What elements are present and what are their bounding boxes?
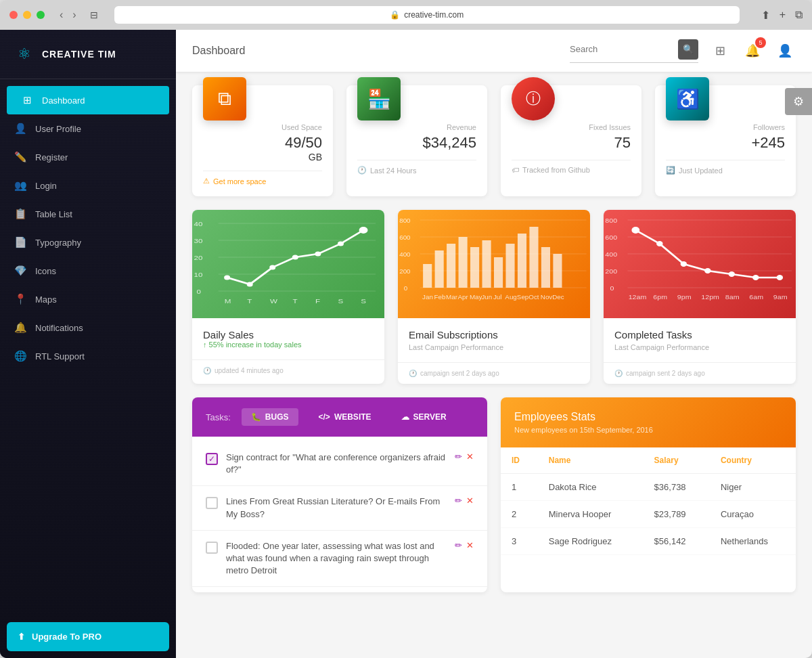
upgrade-button[interactable]: ⬆ Upgrade To PRO [7, 622, 169, 651]
stat-card-fixed-issues: ⓘ Fixed Issues 75 🏷 Tracked from Github [501, 85, 641, 196]
delete-task-2[interactable]: ✕ [466, 496, 474, 506]
user-icon: 👤 [14, 123, 27, 135]
stat-cards-row: ⧉ Used Space 49/50 GB ⚠ Get more space [192, 85, 796, 196]
employee-id: 1 [501, 474, 538, 501]
main-content: Dashboard 🔍 ⊞ 🔔 5 👤 ⚙ [176, 30, 812, 658]
sidebar-item-login[interactable]: 👥 Login [0, 171, 176, 200]
employees-table: ID Name Salary Country 1 Dakota Rice [501, 447, 796, 555]
delete-task-1[interactable]: ✕ [466, 452, 474, 462]
svg-point-12 [269, 265, 275, 270]
settings-fab[interactable]: ⚙ [785, 88, 812, 115]
svg-text:600: 600 [399, 234, 410, 241]
employees-card: Employees Stats New employees on 15th Se… [501, 397, 796, 592]
task-checkbox-3[interactable] [206, 542, 218, 554]
close-button[interactable] [9, 11, 18, 19]
svg-point-70 [681, 261, 687, 267]
edit-task-1[interactable]: ✏ [455, 452, 462, 462]
bugs-tab[interactable]: 🐛 BUGS [242, 408, 298, 426]
url-text: creative-tim.com [404, 10, 464, 20]
forward-button[interactable]: › [70, 7, 78, 22]
clock-icon: 🕐 [357, 166, 367, 175]
col-header-country: Country [710, 447, 796, 474]
employee-name: Dakota Rice [538, 474, 644, 501]
email-footer-text: campaign sent 2 days ago [420, 370, 499, 377]
svg-rect-45 [553, 254, 562, 288]
sidebar-item-notifications[interactable]: 🔔 Notifications [0, 313, 176, 342]
top-nav-right: 🔍 ⊞ 🔔 5 👤 [570, 39, 796, 63]
server-tab[interactable]: ☁ SERVER [392, 408, 456, 426]
browser-nav: ‹ › [57, 7, 79, 22]
stat-card-revenue: 🏪 Revenue $34,245 🕐 Last 24 Hours [346, 85, 487, 196]
completed-tasks-subtitle: Last Campaign Performance [614, 343, 785, 351]
employees-header: Employees Stats New employees on 15th Se… [501, 397, 796, 447]
sidebar-item-typography[interactable]: 📄 Typography [0, 228, 176, 257]
website-tab[interactable]: </> WEBSITE [309, 408, 381, 426]
followers-icon: ♿ [666, 77, 709, 120]
search-input[interactable] [570, 44, 678, 54]
task-checkbox-1[interactable]: ✓ [206, 453, 218, 465]
edit-task-2[interactable]: ✏ [455, 496, 462, 506]
sidebar-item-dashboard[interactable]: ⊞ Dashboard [7, 86, 169, 114]
fixed-issues-icon: ⓘ [512, 77, 555, 120]
search-button[interactable]: 🔍 [678, 39, 698, 60]
edit-task-3[interactable]: ✏ [455, 540, 462, 550]
email-svg: 800 600 400 200 0 [398, 210, 590, 318]
chart-email-subscriptions: 800 600 400 200 0 [398, 210, 590, 384]
svg-text:Aug: Aug [505, 293, 516, 301]
sidebar-item-maps[interactable]: 📍 Maps [0, 285, 176, 313]
back-button[interactable]: ‹ [57, 7, 66, 22]
svg-rect-44 [541, 247, 550, 288]
tasks-label: Tasks: [206, 412, 231, 422]
svg-text:200: 200 [605, 268, 617, 275]
sidebar-item-label: Maps [35, 294, 57, 305]
svg-text:0: 0 [610, 285, 614, 292]
employee-name: Minerva Hooper [538, 501, 644, 528]
sidebar-item-table-list[interactable]: 📋 Table List [0, 200, 176, 228]
svg-text:800: 800 [605, 217, 617, 224]
code-icon: </> [319, 412, 330, 422]
sidebar-item-user-profile[interactable]: 👤 User Profile [0, 114, 176, 143]
sidebar-item-register[interactable]: ✏️ Register [0, 143, 176, 171]
sidebar-item-rtl-support[interactable]: 🌐 RTL Support [0, 342, 176, 370]
dashboard-icon: ⊞ [20, 94, 34, 106]
get-more-space-link[interactable]: Get more space [213, 177, 266, 185]
address-bar[interactable]: 🔒 creative-tim.com [114, 6, 740, 24]
register-icon: ✏️ [14, 151, 27, 163]
svg-text:Sep: Sep [517, 293, 528, 301]
table-row: 3 Sage Rodriguez $56,142 Netherlands [501, 528, 796, 555]
profile-button[interactable]: 👤 [774, 40, 796, 62]
task-item: Lines From Great Russian Literature? Or … [192, 486, 487, 530]
task-item: ✓ Sign contract for "What are conference… [192, 442, 487, 486]
upgrade-icon: ⬆ [18, 632, 25, 642]
task-checkbox-2[interactable] [206, 497, 218, 509]
svg-text:S: S [361, 298, 366, 305]
email-subscriptions-body: Email Subscriptions Last Campaign Perfor… [398, 318, 590, 362]
share-button[interactable]: ⬆ [761, 9, 770, 22]
sidebar-item-label: Dashboard [42, 95, 85, 106]
minimize-button[interactable] [23, 11, 31, 19]
followers-footer-text: Just Updated [679, 167, 723, 175]
maximize-button[interactable] [37, 11, 45, 19]
sidebar-toggle[interactable]: ⊟ [90, 9, 98, 20]
svg-text:12pm: 12pm [701, 294, 719, 301]
svg-rect-35 [435, 250, 444, 288]
employee-salary: $56,142 [644, 528, 710, 555]
notifications-button[interactable]: 🔔 5 [742, 40, 763, 62]
svg-point-71 [704, 268, 710, 273]
daily-sales-chart: 40 30 20 10 0 [192, 210, 384, 318]
svg-rect-42 [518, 234, 526, 288]
task-actions-1: ✏ ✕ [455, 452, 474, 462]
sidebar-item-label: Typography [35, 238, 81, 248]
sidebar-item-label: RTL Support [35, 351, 85, 361]
svg-point-14 [315, 252, 321, 257]
top-navbar: Dashboard 🔍 ⊞ 🔔 5 👤 ⚙ [176, 30, 812, 72]
grid-button[interactable]: ⊞ [709, 40, 731, 62]
cloud-icon: ☁ [401, 412, 409, 422]
windows-button[interactable]: ⧉ [795, 9, 803, 22]
svg-text:9pm: 9pm [677, 294, 692, 301]
new-tab-button[interactable]: + [780, 9, 786, 22]
revenue-body: Revenue $34,245 [357, 123, 476, 152]
dashboard-body: ⧉ Used Space 49/50 GB ⚠ Get more space [176, 72, 812, 606]
sidebar-item-icons[interactable]: 💎 Icons [0, 257, 176, 285]
delete-task-3[interactable]: ✕ [466, 540, 474, 550]
